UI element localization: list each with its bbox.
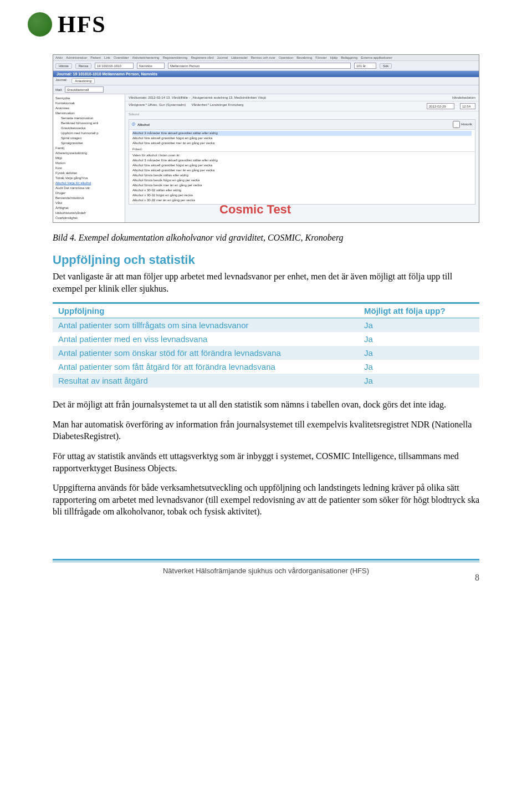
table-cell: Antal patienter som tillfrågats om sina … (53, 318, 359, 333)
time-input[interactable]: 12:54 (460, 103, 475, 109)
tree-node[interactable]: Samtycke (55, 96, 124, 101)
tree-node[interactable]: Ärftlighet (55, 206, 124, 211)
logo-text: HFS (58, 11, 106, 38)
hamta-button[interactable]: Hämta (55, 63, 72, 69)
journal-title-text: Journal: 19 101010-1010 Mellannamn Perso… (57, 72, 157, 76)
table-cell: Ja (359, 318, 479, 333)
patient-id-input[interactable]: 19 101010-1010 (95, 63, 134, 69)
tree-node[interactable]: Tobak Varje gång/Vva (55, 176, 124, 181)
table-cell: Antal patienter som fått åtgärd för att … (53, 360, 359, 374)
date-input[interactable]: 2012-02-29 (427, 103, 454, 109)
handelsedatum-label: Händelsedatum (452, 96, 475, 99)
caption-prefix: Bild 4. (53, 233, 76, 242)
menu-item[interactable]: Arkiv (55, 56, 63, 59)
tree-node[interactable]: Spiralgraviditet (55, 141, 124, 146)
page-footer: Nätverket Hälsofrämjande sjukhus och vår… (0, 551, 532, 583)
mall-select[interactable]: Graviditetsmall (65, 86, 104, 93)
section-heading-followup: Uppföljning och statistik (53, 253, 479, 267)
table-row: Antal patienter som önskar stöd för att … (53, 346, 479, 360)
menu-item[interactable]: Patient (90, 56, 101, 59)
tree-node[interactable]: Motion (55, 161, 124, 166)
menu-item[interactable]: Läkemedel (231, 56, 247, 59)
body-paragraph-2: Man har automatisk överföring av informa… (53, 419, 479, 442)
tree-node[interactable]: Våld (55, 201, 124, 206)
historik-checkbox[interactable] (453, 121, 460, 128)
tree-node[interactable]: Fysisk aktivitet (55, 171, 124, 176)
list-item: Alkohol första besök högst en gång per v… (132, 178, 472, 183)
menu-item[interactable]: Registrera vård (191, 56, 213, 59)
menu-item[interactable]: Link (104, 56, 110, 59)
tree-node[interactable]: Beräknad förlossning enli (55, 121, 124, 126)
tree-node[interactable]: Anamnes (55, 106, 124, 111)
tree-node[interactable]: Hälsohistoria/vårdefr (55, 211, 124, 216)
menu-item[interactable]: Journal (217, 56, 228, 59)
menu-item[interactable]: Bevakning (296, 56, 312, 59)
tree-node[interactable]: Droger (55, 191, 124, 196)
tree-node[interactable]: Upphört med hormonell p (55, 131, 124, 136)
table-head-2: Möjligt att följa upp? (359, 303, 479, 318)
fritext-intro: Valen för alkohol i listan ovan är: (132, 153, 472, 158)
tree-node[interactable]: Audit Det namnlösa vär (55, 186, 124, 191)
historik-label: Historik (461, 123, 472, 126)
list-item[interactable]: Alkohol före aktuell graviditet högst en… (132, 136, 472, 141)
tree-node[interactable]: Spiral uttagen (55, 136, 124, 141)
tree-node[interactable]: Graviditetsvecka (55, 126, 124, 131)
tree-node[interactable]: Miljö (55, 156, 124, 161)
keyword-tree[interactable]: SamtyckeKontaktorsakAnamnesMenstruationS… (53, 94, 125, 222)
page-content: ArkivAdministrationPatientLinkÖversikter… (0, 54, 532, 518)
list-item: Alkohol v 30-32 högst en gång per vecka (132, 193, 472, 198)
doc-header: HFS (0, 0, 532, 38)
body-paragraph-3: För uttag av statistik används ett uttag… (53, 450, 479, 474)
table-head-1: Uppföljning (53, 303, 359, 318)
alkohol-panel: ⓘ Alkohol Historik Alkohol 3 månader för… (129, 119, 475, 205)
rensa-button[interactable]: Rensa (75, 63, 91, 69)
table-row: Resultat av insatt åtgärd Ja (53, 374, 479, 388)
vardkontakt-text: Vårdkontakt: 2012-02-14 13. Vårdtillfäll… (129, 96, 266, 99)
list-item: Alkohol före aktuell graviditet mer än e… (132, 168, 472, 173)
menu-item[interactable]: Remiss och svar (251, 56, 275, 59)
table-row: Antal patienter som fått åtgärd för att … (53, 360, 479, 374)
age-display: 101 år (354, 63, 376, 69)
tree-node[interactable]: Beroende/missbruk (55, 196, 124, 201)
footer-divider (53, 559, 479, 562)
menu-item[interactable]: Hjälp (330, 56, 338, 59)
menu-item[interactable]: Beläggning (341, 56, 357, 59)
tree-node[interactable]: Arbete/sysselsättning (55, 151, 124, 156)
followup-table: Uppföljning Möjligt att följa upp? Antal… (53, 302, 479, 388)
menu-item[interactable]: Externa applikationer (361, 56, 392, 59)
menu-item[interactable]: Registerskärning (162, 56, 187, 59)
fritext-box[interactable]: Valen för alkohol i listan ovan är: Alko… (129, 151, 475, 204)
sok-button[interactable]: Sök (380, 63, 392, 69)
tree-node[interactable]: Överkänslighet (55, 216, 124, 221)
tree-node[interactable]: Menstruation (55, 111, 124, 116)
fritext-label: Fritext: (129, 147, 475, 151)
table-cell: Ja (359, 332, 479, 346)
table-cell: Ja (359, 346, 479, 360)
tree-node[interactable]: Alkohol Varje för alkohol (55, 181, 124, 186)
caption-text: Exempel dokumentation alkoholvanor vid g… (79, 233, 344, 242)
table-row: Antal patienter som tillfrågats om sina … (53, 318, 479, 333)
menu-item[interactable]: Administration (66, 56, 87, 59)
menu-item[interactable]: Aktivitetshantering (132, 56, 159, 59)
menu-item[interactable]: Operation (279, 56, 293, 59)
context-info-row: Vårdkontakt: 2012-02-14 13. Vårdtillfäll… (125, 94, 479, 101)
footer-text: Nätverket Hälsofrämjande sjukhus och vår… (163, 567, 369, 575)
list-item: Alkohol första besök sällan eller aldrig (132, 173, 472, 178)
namn-input[interactable]: Namnlös (137, 63, 165, 69)
tree-node[interactable]: Kontaktorsak (55, 101, 124, 106)
tree-node[interactable]: Familj (55, 146, 124, 151)
tree-node[interactable]: Senaste menstruation (55, 116, 124, 121)
list-item[interactable]: Alkohol före aktuell graviditet mer än e… (132, 141, 472, 146)
tree-node[interactable]: Kost (55, 166, 124, 171)
menu-item[interactable]: Översikter (114, 56, 129, 59)
list-item: Alkohol 3 månader före aktuell gravidite… (132, 158, 472, 163)
vardenhet-text: Vårdenhet:* Landstinget Kronoberg (191, 103, 243, 109)
menu-item[interactable]: Fönster (315, 56, 326, 59)
main-panel: Vårdkontakt: 2012-02-14 13. Vårdtillfäll… (125, 94, 479, 222)
mellannamn-input[interactable]: Mellannamn Person (168, 63, 351, 69)
list-item[interactable]: Alkohol 3 månader före aktuell gravidite… (132, 131, 472, 136)
app-toolbar: Hämta Rensa 19 101010-1010 Namnlös Mella… (53, 61, 479, 71)
tab-anteckning[interactable]: Anteckning (71, 78, 95, 84)
alkohol-list-top[interactable]: Alkohol 3 månader före aktuell gravidite… (129, 130, 475, 147)
journal-tab-label: Journal: (55, 78, 67, 84)
